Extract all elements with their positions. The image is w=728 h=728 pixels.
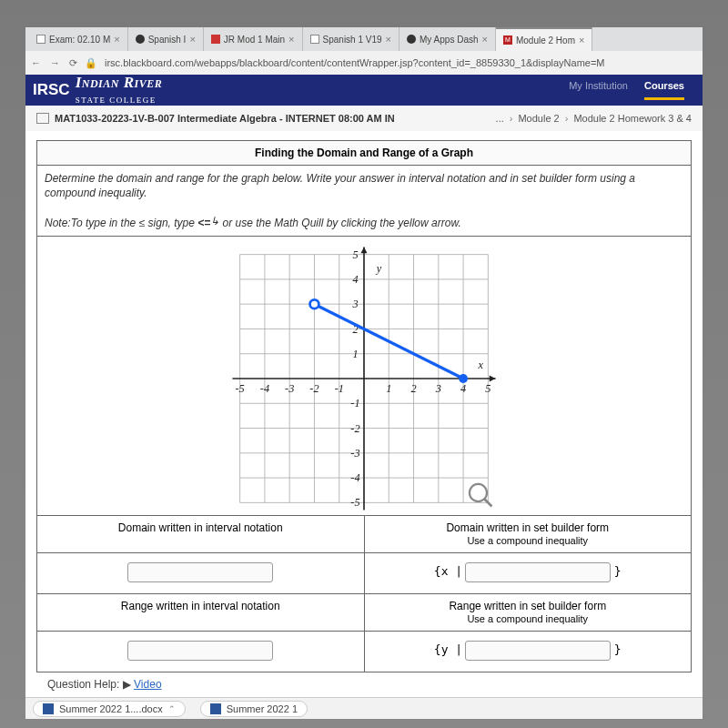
svg-text:4: 4	[460, 382, 466, 395]
svg-marker-22	[490, 375, 496, 381]
set-open-brace: {x |	[434, 564, 462, 578]
svg-text:-3: -3	[350, 447, 359, 460]
word-file-icon	[43, 703, 54, 714]
domain-interval-input[interactable]	[127, 562, 273, 582]
close-icon[interactable]: ×	[579, 35, 584, 46]
svg-text:5: 5	[352, 248, 358, 260]
download-chip[interactable]: Summer 2022 1....docx ⌃	[33, 701, 186, 717]
svg-text:-1: -1	[335, 382, 344, 395]
svg-text:x: x	[477, 359, 483, 371]
downloads-bar: Summer 2022 1....docx ⌃ Summer 2022 1	[25, 697, 703, 719]
forward-icon[interactable]: →	[50, 57, 60, 69]
book-icon	[36, 113, 49, 124]
tab-jr-mod[interactable]: JR Mod 1 Main ×	[204, 27, 303, 51]
svg-text:-5: -5	[236, 382, 245, 395]
domain-set-label: Domain written in set builder form Use a…	[364, 515, 692, 552]
svg-point-46	[470, 484, 487, 501]
question-instructions: Determine the domain and range for the g…	[37, 166, 692, 237]
tab-spanish1[interactable]: Spanish I ×	[128, 27, 204, 51]
question-help-row: Question Help: ▶ Video	[36, 672, 692, 696]
graph-cell: -5-4-3-2-1 12345 54321 -1-2-3-4-5 yx	[37, 236, 692, 515]
tab-label: Spanish I	[148, 35, 187, 45]
breadcrumb-dots[interactable]: ...	[496, 113, 504, 124]
set-close-brace: }	[614, 642, 622, 656]
svg-text:3: 3	[435, 382, 441, 395]
logo-prefix: IRSC	[33, 81, 70, 99]
word-file-icon	[210, 703, 221, 714]
play-icon: ▶	[123, 678, 131, 691]
domain-set-input[interactable]	[465, 562, 611, 582]
close-icon[interactable]: ×	[288, 34, 294, 45]
breadcrumb: MAT1033-20223-1V-B-007 Intermediate Alge…	[25, 106, 703, 131]
coordinate-graph: -5-4-3-2-1 12345 54321 -1-2-3-4-5 yx	[228, 242, 500, 515]
nav-my-institution[interactable]: My Institution	[569, 80, 628, 100]
lock-icon: 🔒	[85, 57, 97, 69]
svg-text:y: y	[375, 261, 382, 274]
tab-label: JR Mod 1 Main	[224, 35, 285, 45]
url-bar: ← → ⟳ 🔒 irsc.blackboard.com/webapps/blac…	[25, 51, 703, 75]
video-link[interactable]: Video	[134, 678, 161, 691]
tab-spanish-v19[interactable]: Spanish 1 V19 ×	[303, 27, 400, 51]
url-text[interactable]: irsc.blackboard.com/webapps/blackboard/c…	[105, 57, 605, 68]
svg-text:-3: -3	[285, 382, 294, 395]
svg-text:-4: -4	[350, 471, 359, 484]
svg-text:-5: -5	[350, 496, 359, 509]
svg-text:-2: -2	[309, 382, 318, 395]
breadcrumb-hw[interactable]: Module 2 Homework 3 & 4	[573, 113, 692, 124]
svg-text:5: 5	[485, 382, 490, 395]
breadcrumb-course[interactable]: MAT1033-20223-1V-B-007 Intermediate Alge…	[55, 113, 395, 124]
download-filename: Summer 2022 1....docx	[59, 703, 163, 714]
tab-label: Spanish 1 V19	[323, 35, 382, 45]
svg-text:4: 4	[352, 273, 358, 286]
svg-text:1: 1	[386, 382, 391, 395]
logo-sub: STATE COLLEGE	[76, 96, 157, 105]
chevron-up-icon[interactable]: ⌃	[168, 704, 176, 713]
set-close-brace: }	[614, 564, 622, 578]
close-icon[interactable]: ×	[114, 34, 119, 45]
content-area: Finding the Domain and Range of a Graph …	[25, 131, 703, 697]
svg-text:-1: -1	[350, 397, 359, 410]
zoom-icon[interactable]	[470, 484, 492, 507]
close-icon[interactable]: ×	[386, 34, 391, 45]
tab-module2-hw[interactable]: M Module 2 Hom ×	[496, 27, 592, 51]
domain-interval-label: Domain written in interval notation	[37, 515, 365, 552]
svg-text:1: 1	[352, 348, 358, 360]
logo-brand: Indian River	[76, 74, 163, 91]
tab-label: Exam: 02.10 M	[49, 35, 110, 45]
question-table: Finding the Domain and Range of a Graph …	[36, 140, 692, 672]
back-icon[interactable]: ←	[31, 57, 41, 69]
download-filename: Summer 2022 1	[227, 703, 298, 714]
closed-endpoint	[459, 374, 468, 383]
tab-myapps[interactable]: My Apps Dash ×	[399, 27, 496, 51]
set-open-brace: {y |	[434, 642, 462, 656]
svg-text:-4: -4	[260, 382, 269, 395]
range-interval-label: Range written in interval notation	[37, 593, 365, 631]
svg-marker-23	[360, 247, 367, 253]
tab-exam[interactable]: Exam: 02.10 M ×	[29, 27, 128, 51]
tab-label: Module 2 Hom	[516, 35, 575, 46]
close-icon[interactable]: ×	[482, 34, 488, 45]
svg-text:2: 2	[410, 382, 416, 395]
svg-text:-2: -2	[350, 421, 359, 434]
tab-label: My Apps Dash	[420, 35, 478, 45]
nav-courses[interactable]: Courses	[644, 80, 684, 100]
browser-tab-bar: Exam: 02.10 M × Spanish I × JR Mod 1 Mai…	[25, 27, 703, 51]
close-icon[interactable]: ×	[189, 34, 195, 45]
range-set-input[interactable]	[465, 641, 611, 661]
reload-icon[interactable]: ⟳	[69, 57, 77, 69]
open-endpoint	[310, 299, 319, 308]
site-header: IRSC Indian River STATE COLLEGE My Insti…	[25, 75, 703, 106]
range-set-label: Range written in set builder form Use a …	[364, 593, 692, 631]
download-chip[interactable]: Summer 2022 1	[200, 701, 308, 717]
question-title: Finding the Domain and Range of a Graph	[37, 141, 692, 166]
breadcrumb-module[interactable]: Module 2	[518, 113, 559, 124]
svg-text:3: 3	[351, 298, 358, 310]
range-interval-input[interactable]	[127, 641, 273, 661]
